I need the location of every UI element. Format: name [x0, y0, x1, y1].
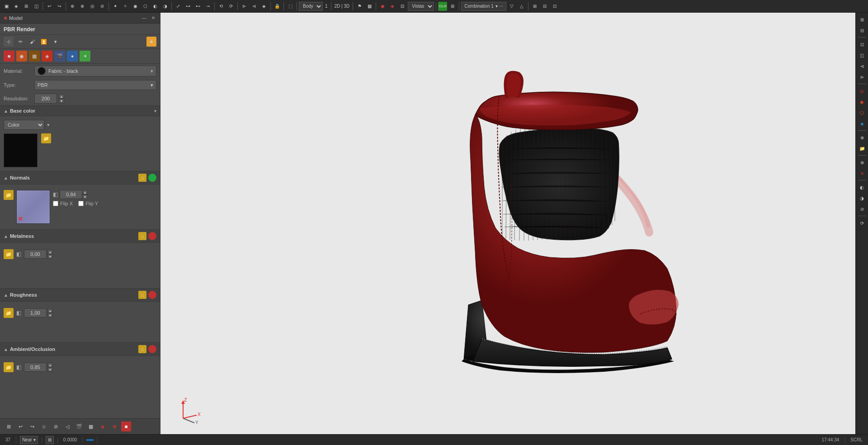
- ambient-up-btn[interactable]: ▲: [47, 363, 53, 367]
- roughness-red-btn[interactable]: [148, 291, 156, 299]
- right-tb-icon-1[interactable]: ⊞: [857, 14, 867, 24]
- right-tb-icon-14[interactable]: ✕: [857, 168, 867, 178]
- normals-down-btn[interactable]: ▼: [82, 194, 88, 199]
- ambient-home-btn[interactable]: ⌂: [138, 345, 146, 353]
- panel-icon-select[interactable]: ⊹: [4, 37, 14, 47]
- tb-icon-5[interactable]: ↩: [45, 2, 54, 11]
- base-color-swatch[interactable]: [4, 133, 38, 167]
- panel-type-icon-3[interactable]: ▦: [29, 51, 40, 62]
- tb-icon-26[interactable]: 🔒: [273, 2, 282, 11]
- panel-bottom-icon-10[interactable]: ⊗: [109, 421, 119, 431]
- tb-icon-24[interactable]: ⊲: [250, 2, 259, 11]
- panel-bottom-icon-11[interactable]: ■: [121, 421, 131, 431]
- tb-icon-1[interactable]: ▣: [2, 2, 11, 11]
- ambient-down-btn[interactable]: ▼: [47, 367, 53, 372]
- roughness-value-input[interactable]: [24, 308, 47, 317]
- panel-type-icon-2[interactable]: ◉: [16, 51, 27, 62]
- tb-icon-28[interactable]: ⚑: [355, 2, 364, 11]
- normals-up-btn[interactable]: ▲: [82, 190, 88, 194]
- tb-icon-39[interactable]: ⊡: [550, 2, 559, 11]
- panel-type-icon-1[interactable]: ■: [4, 51, 14, 62]
- panel-bottom-icon-2[interactable]: ↩: [15, 421, 25, 431]
- right-tb-icon-18[interactable]: ⟳: [857, 218, 867, 228]
- tb-icon-16[interactable]: ◑: [160, 2, 170, 11]
- base-color-folder-btn[interactable]: 📁: [41, 133, 51, 143]
- panel-type-icon-4[interactable]: ◈: [42, 51, 52, 62]
- normals-remove-btn[interactable]: ✕: [18, 215, 23, 222]
- tb-icon-3[interactable]: ⊞: [22, 2, 31, 11]
- near-dropdown[interactable]: Near ▾: [20, 436, 38, 444]
- normals-green-btn[interactable]: [148, 174, 156, 182]
- tb-icon-9[interactable]: ◎: [88, 2, 97, 11]
- right-tb-icon-12[interactable]: 📁: [857, 143, 867, 153]
- panel-icon-double-chevron[interactable]: ⏫: [39, 37, 49, 47]
- panel-bottom-icon-8[interactable]: ▦: [86, 421, 96, 431]
- flip-x-label[interactable]: Flip X: [53, 201, 73, 206]
- panel-icon-brush[interactable]: 🖌: [27, 37, 37, 47]
- tb-icon-29[interactable]: ▦: [365, 2, 374, 11]
- tb-icon-38[interactable]: ⊟: [540, 2, 549, 11]
- normals-header[interactable]: ▲ Normals ⌂: [0, 171, 160, 185]
- base-color-collapse[interactable]: ▾: [154, 109, 156, 114]
- roughness-home-btn[interactable]: ⌂: [138, 291, 146, 299]
- tb-icon-30[interactable]: ◉: [378, 2, 387, 11]
- ambient-red-btn[interactable]: [148, 345, 156, 353]
- tb-icon-19[interactable]: ⊷: [193, 2, 203, 11]
- panel-icon-chevron[interactable]: ▾: [51, 37, 61, 47]
- panel-type-icon-7[interactable]: ✦: [80, 51, 90, 62]
- right-tb-icon-17[interactable]: ⊘: [857, 204, 867, 214]
- tb-icon-32[interactable]: ⊡: [398, 2, 407, 11]
- right-tb-icon-13[interactable]: ⊗: [857, 157, 867, 167]
- roughness-folder-btn[interactable]: 📁: [4, 308, 14, 318]
- panel-bottom-icon-9[interactable]: ◈: [98, 421, 108, 431]
- tb-icon-23[interactable]: ⊳: [240, 2, 249, 11]
- metalness-red-btn[interactable]: [148, 232, 156, 240]
- right-tb-icon-10[interactable]: ◈: [857, 118, 867, 128]
- panel-icon-special[interactable]: ★: [146, 37, 156, 47]
- tb-icon-20[interactable]: ⊸: [203, 2, 212, 11]
- tb-icon-10[interactable]: ⊘: [98, 2, 107, 11]
- panel-minus-btn[interactable]: —: [141, 15, 147, 21]
- metalness-home-btn[interactable]: ⌂: [138, 232, 146, 240]
- metalness-down-btn[interactable]: ▼: [47, 254, 53, 259]
- resolution-up-btn[interactable]: ▲: [59, 94, 64, 99]
- right-tb-icon-5[interactable]: ⊲: [857, 61, 867, 71]
- tb-icon-22[interactable]: ⟳: [226, 2, 236, 11]
- tb-icon-34[interactable]: ⊞: [448, 2, 457, 11]
- tb-icon-27[interactable]: ⬚: [286, 2, 295, 11]
- normals-value-input[interactable]: [60, 190, 82, 199]
- tb-icon-6[interactable]: ↪: [55, 2, 64, 11]
- tb-icon-13[interactable]: ◉: [131, 2, 140, 11]
- panel-icon-pen[interactable]: ✏: [15, 37, 25, 47]
- tb-icon-15[interactable]: ◐: [151, 2, 160, 11]
- panel-bottom-icon-7[interactable]: 🎬: [74, 421, 84, 431]
- right-tb-icon-16[interactable]: ◑: [857, 193, 867, 203]
- tb-icon-17[interactable]: ⤢: [174, 2, 183, 11]
- tb-icon-31[interactable]: ◈: [388, 2, 397, 11]
- resolution-down-btn[interactable]: ▼: [59, 99, 64, 103]
- right-tb-icon-9[interactable]: ⬡: [857, 108, 867, 118]
- right-tb-icon-11[interactable]: ⊕: [857, 133, 867, 142]
- tb-icon-4[interactable]: ◫: [32, 2, 41, 11]
- normals-home-btn[interactable]: ⌂: [138, 174, 146, 182]
- panel-bottom-icon-5[interactable]: ⊘: [51, 421, 61, 431]
- right-tb-icon-4[interactable]: ◫: [857, 50, 867, 60]
- ambient-folder-btn[interactable]: 📁: [4, 362, 14, 372]
- combination-more-icon[interactable]: ···: [500, 4, 503, 9]
- panel-bottom-icon-4[interactable]: ☺: [39, 421, 49, 431]
- right-tb-icon-3[interactable]: ⊡: [857, 39, 867, 49]
- tb-icon-8[interactable]: ⊗: [78, 2, 87, 11]
- roughness-up-btn[interactable]: ▲: [47, 308, 53, 313]
- tb-icon-21[interactable]: ⟲: [217, 2, 226, 11]
- view-mode-dropdown[interactable]: ⊞: [46, 436, 54, 444]
- right-tb-icon-8[interactable]: ◉: [857, 97, 867, 107]
- right-tb-icon-15[interactable]: ◐: [857, 182, 867, 192]
- ambient-value-input[interactable]: [24, 363, 47, 372]
- metalness-folder-btn[interactable]: 📁: [4, 249, 14, 259]
- tb-icon-33[interactable]: CLO: [438, 2, 447, 11]
- type-select[interactable]: PBR ▾: [34, 80, 156, 90]
- tb-icon-14[interactable]: ⬡: [141, 2, 150, 11]
- material-select[interactable]: Fabric - black ▾: [34, 66, 156, 76]
- combination-dropdown-icon[interactable]: ▾: [495, 4, 498, 9]
- panel-type-icon-6[interactable]: ●: [67, 51, 78, 62]
